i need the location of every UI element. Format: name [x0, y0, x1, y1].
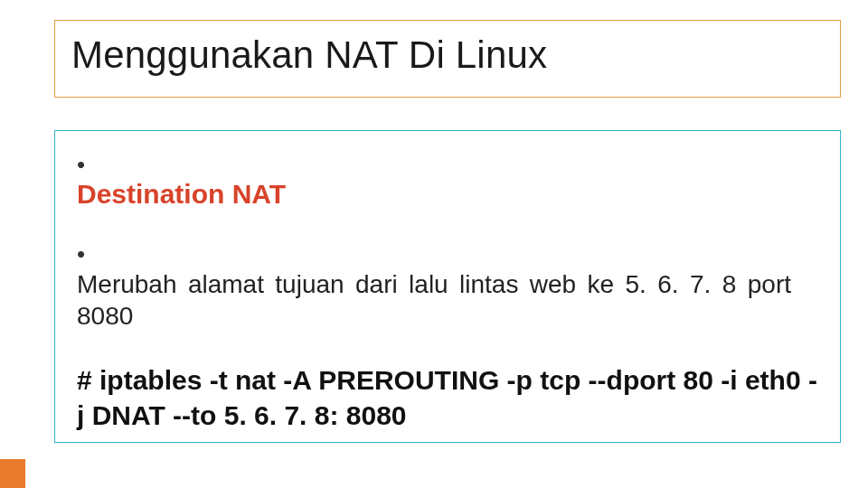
bullet-text-destination-nat: Destination NAT	[77, 179, 791, 210]
title-container: Menggunakan NAT Di Linux	[54, 20, 841, 98]
content-container: • Destination NAT • Merubah alamat tujua…	[54, 130, 841, 443]
bullet-text-description: Merubah alamat tujuan dari lalu lintas w…	[77, 268, 791, 332]
bullet-item: • Merubah alamat tujuan dari lalu lintas…	[77, 240, 818, 332]
bullet-item: • Destination NAT	[77, 151, 818, 210]
accent-bar	[0, 459, 25, 488]
bullet-marker: •	[77, 151, 100, 179]
command-text: # iptables -t nat -A PREROUTING -p tcp -…	[77, 362, 818, 433]
slide-title: Menggunakan NAT Di Linux	[71, 33, 824, 77]
bullet-marker: •	[77, 240, 100, 268]
